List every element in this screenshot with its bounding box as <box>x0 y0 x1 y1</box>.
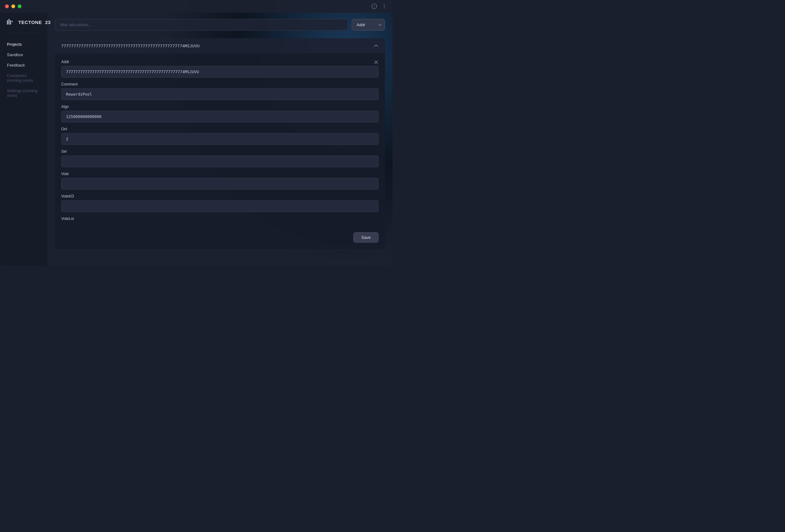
comment-input[interactable] <box>61 88 379 100</box>
sidebar-logo: TECTONE 23 <box>0 18 47 33</box>
logo-icon <box>6 18 15 26</box>
titlebar-actions: i <box>371 3 387 9</box>
sidebar-item-feedback[interactable]: Feedback <box>4 60 44 70</box>
comment-label: Comment <box>61 82 379 86</box>
main-content: Addr Comment Algo 7777777777777777777777… <box>47 12 392 266</box>
addr-field-group: Addr <box>61 60 379 78</box>
votekd-field-group: VoteKD <box>61 194 379 212</box>
close-panel-button[interactable] <box>372 58 380 66</box>
votelst-field-group: VoteLst <box>61 217 379 223</box>
filter-bar: Addr Comment Algo <box>55 19 385 31</box>
save-button[interactable]: Save <box>353 232 379 243</box>
sel-label: Sel <box>61 149 379 154</box>
sidebar-item-sandbox[interactable]: Sandbox <box>4 50 44 60</box>
vote-input[interactable] <box>61 178 379 189</box>
onl-input[interactable] <box>61 133 379 145</box>
votelst-label: VoteLst <box>61 217 379 221</box>
app-window: i <box>0 0 392 266</box>
allocation-card: 7777777777777777777777777777777777777777… <box>55 38 385 249</box>
vote-label: Vote <box>61 172 379 176</box>
vote-field-group: Vote <box>61 172 379 189</box>
votekd-input[interactable] <box>61 200 379 212</box>
svg-rect-7 <box>10 20 11 25</box>
sidebar-item-settings: Settings (coming soon) <box>4 86 44 100</box>
comment-field-group: Comment <box>61 82 379 100</box>
fields-grid: Addr Comment Algo <box>61 60 379 227</box>
filter-input[interactable] <box>55 19 348 31</box>
sel-field-group: Sel <box>61 149 379 167</box>
close-button[interactable] <box>5 4 9 8</box>
titlebar: i <box>0 0 392 12</box>
allocation-panel: Addr Comment Algo <box>55 53 385 249</box>
sidebar-item-containers: Containers (coming soon) <box>4 71 44 85</box>
algo-label: Algo <box>61 104 379 109</box>
logo-text: TECTONE <box>18 20 42 25</box>
algo-field-group: Algo <box>61 104 379 122</box>
logo-number: 23 <box>45 20 51 25</box>
more-icon[interactable] <box>381 3 387 9</box>
svg-point-3 <box>384 6 385 7</box>
svg-rect-6 <box>8 19 9 25</box>
algo-input[interactable] <box>61 111 379 122</box>
allocation-header[interactable]: 7777777777777777777777777777777777777777… <box>55 38 385 53</box>
app-body: TECTONE 23 Projects Sandbox Feedback Con… <box>0 12 392 266</box>
sidebar-item-projects[interactable]: Projects <box>4 40 44 49</box>
chevron-up-icon <box>374 43 379 48</box>
svg-rect-5 <box>7 20 8 25</box>
sidebar-nav: Projects Sandbox Feedback Containers (co… <box>0 40 47 100</box>
svg-point-2 <box>384 4 385 5</box>
sidebar-divider <box>6 33 41 33</box>
svg-rect-8 <box>12 21 12 22</box>
votekd-label: VoteKD <box>61 194 379 199</box>
allocation-address: 7777777777777777777777777777777777777777… <box>61 44 199 48</box>
addr-input[interactable] <box>61 66 379 78</box>
onl-field-group: Onl <box>61 127 379 145</box>
minimize-button[interactable] <box>11 4 15 8</box>
addr-label: Addr <box>61 60 379 64</box>
panel-footer: Save <box>61 232 379 243</box>
filter-select[interactable]: Addr Comment Algo <box>352 19 385 31</box>
svg-point-4 <box>384 7 385 8</box>
traffic-lights <box>5 4 22 8</box>
info-icon[interactable]: i <box>371 3 377 9</box>
sidebar: TECTONE 23 Projects Sandbox Feedback Con… <box>0 12 47 266</box>
sel-input[interactable] <box>61 156 379 167</box>
svg-text:i: i <box>374 5 375 8</box>
maximize-button[interactable] <box>18 4 22 8</box>
onl-label: Onl <box>61 127 379 131</box>
